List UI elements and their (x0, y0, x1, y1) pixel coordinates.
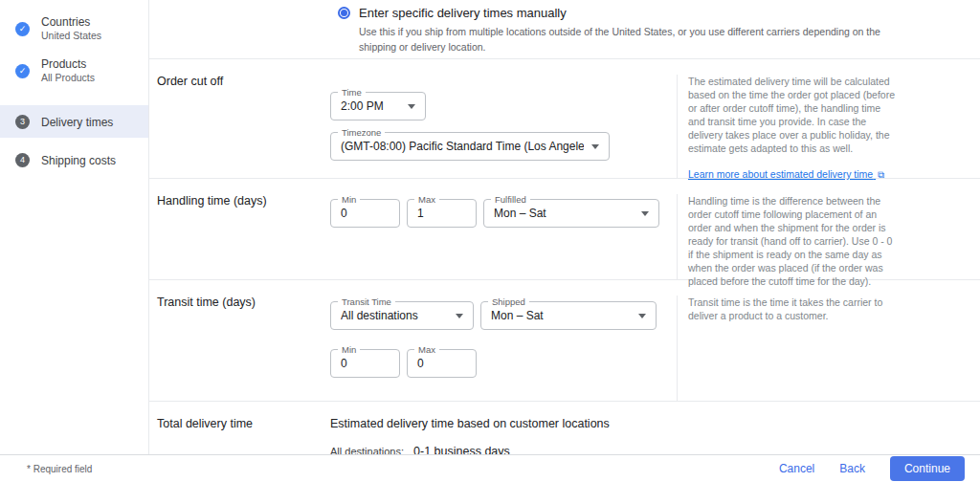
step-subtitle: All Products (41, 72, 95, 84)
transit-min-input[interactable]: Min 0 (330, 349, 400, 378)
order-cutoff-help: The estimated delivery time will be calc… (677, 75, 980, 178)
delivery-setup-page: ✓ Countries United States ✓ Products All… (0, 0, 980, 482)
step-title: Countries (41, 15, 101, 29)
fulfilled-select[interactable]: Fulfilled Mon – Sat (483, 199, 659, 228)
help-text: Handling time is the difference between … (688, 194, 897, 288)
shipped-value: Mon – Sat (491, 309, 631, 322)
order-cutoff-section: Order cut off Time 2:00 PM Timezone (GMT… (149, 59, 980, 179)
step-number-badge: 3 (15, 115, 30, 129)
timezone-select[interactable]: Timezone (GMT-08:00) Pacific Standard Ti… (330, 132, 610, 161)
time-select[interactable]: Time 2:00 PM (330, 92, 426, 120)
step-title: Shipping costs (41, 154, 116, 167)
transit-max-input[interactable]: Max 0 (407, 349, 477, 378)
field-label: Max (414, 344, 439, 355)
help-text: Transit time is the time it takes the ca… (688, 296, 897, 322)
handling-time-section: Handling time (days) Min 0 Max 1 Fulfill… (149, 179, 980, 280)
sidebar-item-delivery-times[interactable]: 3 Delivery times (0, 105, 148, 138)
cancel-button[interactable]: Cancel (779, 462, 814, 475)
steps-sidebar: ✓ Countries United States ✓ Products All… (0, 0, 148, 482)
step-subtitle: United States (41, 30, 101, 42)
radio-option-description: Use this if you ship from multiple locat… (359, 24, 895, 55)
transit-max-value: 0 (417, 357, 466, 370)
field-label: Fulfilled (491, 194, 530, 205)
sidebar-item-countries[interactable]: ✓ Countries United States (0, 8, 148, 50)
transit-time-section: Transit time (days) Transit Time All des… (149, 280, 980, 402)
radio-option-label[interactable]: Enter specific delivery times manually (359, 5, 567, 21)
field-label: Time (338, 87, 366, 98)
handling-min-input[interactable]: Min 0 (330, 199, 400, 228)
field-label: Min (338, 344, 360, 355)
main-content: Enter specific delivery times manually U… (148, 0, 980, 482)
section-title: Transit time (days) (149, 296, 330, 401)
transit-time-help: Transit time is the time it takes the ca… (677, 296, 980, 401)
check-icon: ✓ (15, 22, 30, 36)
time-value: 2:00 PM (341, 99, 400, 113)
step-title: Products (41, 57, 95, 71)
chevron-down-icon (456, 314, 463, 318)
field-label: Transit Time (338, 296, 395, 307)
field-label: Timezone (338, 127, 385, 138)
radio-selected-icon[interactable] (338, 7, 350, 19)
help-text: The estimated delivery time will be calc… (688, 75, 897, 155)
transit-destination-value: All destinations (341, 309, 448, 322)
field-label: Min (338, 194, 360, 205)
footer-bar: * Required field Cancel Back Continue (0, 454, 980, 482)
handling-time-help: Handling time is the difference between … (677, 194, 980, 279)
handling-min-value: 0 (341, 207, 390, 220)
field-label: Shipped (488, 296, 529, 307)
handling-max-value: 1 (417, 207, 466, 220)
chevron-down-icon (638, 314, 646, 318)
section-title: Order cut off (149, 75, 330, 178)
fulfilled-value: Mon – Sat (494, 207, 634, 220)
check-icon: ✓ (15, 64, 30, 78)
step-title: Delivery times (41, 116, 113, 129)
delivery-mode-section: Enter specific delivery times manually U… (149, 0, 980, 59)
field-label: Max (414, 194, 439, 205)
sidebar-item-shipping-costs[interactable]: 4 Shipping costs (0, 143, 148, 176)
chevron-down-icon (591, 144, 599, 149)
sidebar-item-products[interactable]: ✓ Products All Products (0, 50, 148, 92)
handling-max-input[interactable]: Max 1 (407, 199, 477, 228)
transit-min-value: 0 (341, 357, 390, 370)
required-field-note: * Required field (27, 464, 92, 474)
shipped-select[interactable]: Shipped Mon – Sat (480, 301, 657, 330)
total-delivery-subtitle: Estimated delivery time based on custome… (330, 417, 980, 430)
continue-button[interactable]: Continue (890, 456, 965, 481)
back-button[interactable]: Back (839, 462, 865, 475)
timezone-value: (GMT-08:00) Pacific Standard Time (Los A… (341, 140, 584, 153)
step-number-badge: 4 (15, 153, 30, 167)
transit-destination-select[interactable]: Transit Time All destinations (330, 301, 474, 330)
section-title: Handling time (days) (149, 194, 330, 279)
chevron-down-icon (408, 104, 415, 109)
chevron-down-icon (641, 211, 649, 216)
